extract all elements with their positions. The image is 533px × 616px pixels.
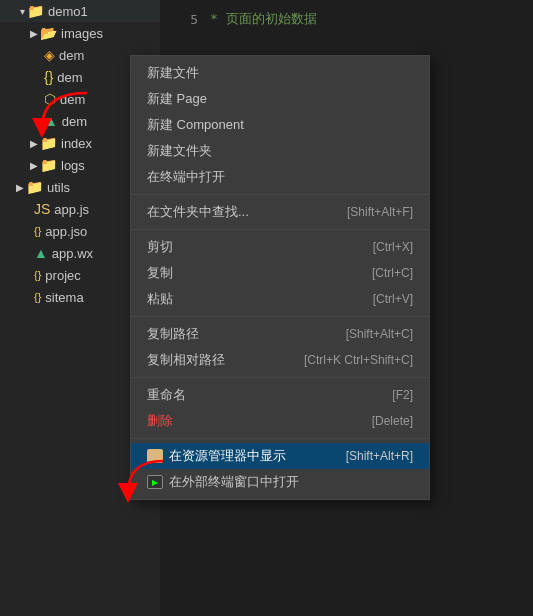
menu-show-in-explorer-label: 在资源管理器中显示 bbox=[169, 447, 286, 465]
menu-copy-shortcut: [Ctrl+C] bbox=[372, 266, 413, 280]
tree-label-appjson: app.jso bbox=[45, 224, 87, 239]
tree-label-demo1: demo1 bbox=[48, 4, 88, 19]
tree-label-index: index bbox=[61, 136, 92, 151]
menu-find-in-folder-label: 在文件夹中查找... bbox=[147, 203, 249, 221]
folder-blue-icon: 📂 bbox=[40, 25, 57, 41]
menu-copy-relative-path-shortcut: [Ctrl+K Ctrl+Shift+C] bbox=[304, 353, 413, 367]
chevron-down-icon: ▾ bbox=[20, 6, 25, 17]
code-line-5: 5 * 页面的初始数据 bbox=[160, 8, 533, 30]
project-file-icon: {} bbox=[34, 269, 41, 281]
menu-open-external-terminal[interactable]: ▶ 在外部终端窗口中打开 bbox=[131, 469, 429, 495]
chevron-right-icon-3: ▶ bbox=[30, 160, 38, 171]
menu-paste[interactable]: 粘贴 [Ctrl+V] bbox=[131, 286, 429, 312]
chevron-down-icon-2: ▶ bbox=[16, 182, 24, 193]
folder-icon-3: 📁 bbox=[40, 157, 57, 173]
menu-new-folder-label: 新建文件夹 bbox=[147, 142, 212, 160]
folder-icon-4: 📁 bbox=[26, 179, 43, 195]
tree-label-appjs: app.js bbox=[54, 202, 89, 217]
code-line-blank1 bbox=[160, 30, 533, 52]
menu-find-in-folder[interactable]: 在文件夹中查找... [Shift+Alt+F] bbox=[131, 199, 429, 225]
tree-label-dem-svg: dem bbox=[59, 48, 84, 63]
menu-copy-path-label: 复制路径 bbox=[147, 325, 199, 343]
menu-rename-shortcut: [F2] bbox=[392, 388, 413, 402]
line-number: 5 bbox=[168, 12, 198, 27]
menu-copy-path-shortcut: [Shift+Alt+C] bbox=[346, 327, 413, 341]
tree-label-dem-json: dem bbox=[60, 92, 85, 107]
menu-separator-5 bbox=[131, 438, 429, 439]
menu-open-terminal[interactable]: 在终端中打开 bbox=[131, 164, 429, 190]
folder-icon: 📁 bbox=[27, 3, 44, 19]
menu-new-file-label: 新建文件 bbox=[147, 64, 199, 82]
menu-open-terminal-label: 在终端中打开 bbox=[147, 168, 225, 186]
menu-delete-shortcut: [Delete] bbox=[372, 414, 413, 428]
menu-cut[interactable]: 剪切 [Ctrl+X] bbox=[131, 234, 429, 260]
sitemap-file-icon: {} bbox=[34, 291, 41, 303]
tree-label-sitemap: sitema bbox=[45, 290, 83, 305]
folder-icon-2: 📁 bbox=[40, 135, 57, 151]
terminal-icon: ▶ bbox=[147, 475, 163, 489]
menu-copy[interactable]: 复制 [Ctrl+C] bbox=[131, 260, 429, 286]
menu-delete[interactable]: 删除 [Delete] bbox=[131, 408, 429, 434]
js-brace-icon: {} bbox=[44, 69, 53, 85]
tree-label-dem-js: dem bbox=[57, 70, 82, 85]
tree-label-images: images bbox=[61, 26, 103, 41]
menu-copy-relative-path-label: 复制相对路径 bbox=[147, 351, 225, 369]
menu-open-external-label: 在外部终端窗口中打开 bbox=[169, 473, 299, 491]
js-file-icon: JS bbox=[34, 201, 50, 217]
menu-separator-2 bbox=[131, 229, 429, 230]
menu-separator-4 bbox=[131, 377, 429, 378]
explorer-icon bbox=[147, 449, 163, 463]
menu-copy-path[interactable]: 复制路径 [Shift+Alt+C] bbox=[131, 321, 429, 347]
menu-show-in-explorer-shortcut: [Shift+Alt+R] bbox=[346, 449, 413, 463]
menu-delete-label: 删除 bbox=[147, 412, 173, 430]
tree-label-dem-vue: dem bbox=[62, 114, 87, 129]
menu-new-component[interactable]: 新建 Component bbox=[131, 112, 429, 138]
tree-label-project: projec bbox=[45, 268, 80, 283]
json-brace-icon: {} bbox=[34, 225, 41, 237]
context-menu: 新建文件 新建 Page 新建 Component 新建文件夹 在终端中打开 在… bbox=[130, 55, 430, 500]
menu-new-page-label: 新建 Page bbox=[147, 90, 207, 108]
menu-cut-label: 剪切 bbox=[147, 238, 173, 256]
wx-file-icon: ▲ bbox=[34, 245, 48, 261]
tree-item-demo1[interactable]: ▾ 📁 demo1 bbox=[0, 0, 160, 22]
menu-separator-3 bbox=[131, 316, 429, 317]
json-file-icon: ⬡ bbox=[44, 91, 56, 107]
tree-label-utils: utils bbox=[47, 180, 70, 195]
svg-file-icon: ◈ bbox=[44, 47, 55, 63]
code-content: * 页面的初始数据 bbox=[210, 10, 317, 28]
vue-file-icon: ▲ bbox=[44, 113, 58, 129]
menu-copy-relative-path[interactable]: 复制相对路径 [Ctrl+K Ctrl+Shift+C] bbox=[131, 347, 429, 373]
menu-paste-label: 粘贴 bbox=[147, 290, 173, 308]
menu-new-page[interactable]: 新建 Page bbox=[131, 86, 429, 112]
menu-find-in-folder-shortcut: [Shift+Alt+F] bbox=[347, 205, 413, 219]
menu-separator-1 bbox=[131, 194, 429, 195]
menu-show-in-explorer[interactable]: 在资源管理器中显示 [Shift+Alt+R] bbox=[131, 443, 429, 469]
menu-new-file[interactable]: 新建文件 bbox=[131, 60, 429, 86]
chevron-right-icon: ▶ bbox=[30, 28, 38, 39]
chevron-right-icon-2: ▶ bbox=[30, 138, 38, 149]
tree-item-images[interactable]: ▶ 📂 images bbox=[0, 22, 160, 44]
menu-paste-shortcut: [Ctrl+V] bbox=[373, 292, 413, 306]
menu-cut-shortcut: [Ctrl+X] bbox=[373, 240, 413, 254]
menu-rename-label: 重命名 bbox=[147, 386, 186, 404]
menu-copy-label: 复制 bbox=[147, 264, 173, 282]
menu-new-folder[interactable]: 新建文件夹 bbox=[131, 138, 429, 164]
tree-label-logs: logs bbox=[61, 158, 85, 173]
tree-label-appwx: app.wx bbox=[52, 246, 93, 261]
menu-rename[interactable]: 重命名 [F2] bbox=[131, 382, 429, 408]
menu-new-component-label: 新建 Component bbox=[147, 116, 244, 134]
